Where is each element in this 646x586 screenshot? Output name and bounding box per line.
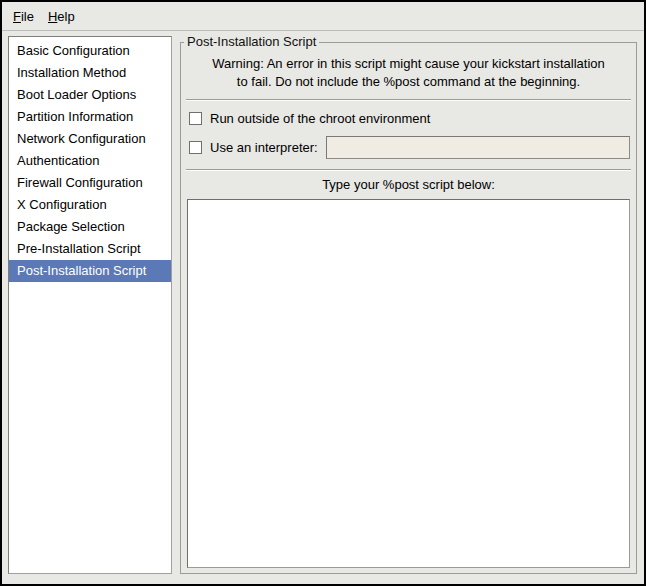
separator bbox=[186, 169, 631, 171]
interpreter-entry[interactable] bbox=[326, 136, 630, 159]
sidebar-item-pre-installation-script[interactable]: Pre-Installation Script bbox=[9, 238, 171, 260]
run-outside-chroot-label[interactable]: Run outside of the chroot environment bbox=[210, 111, 430, 126]
script-area-label: Type your %post script below: bbox=[186, 176, 631, 193]
sidebar-item-firewall-configuration[interactable]: Firewall Configuration bbox=[9, 172, 171, 194]
chroot-option-row: Run outside of the chroot environment bbox=[186, 111, 631, 126]
sidebar-item-x-configuration[interactable]: X Configuration bbox=[9, 194, 171, 216]
sidebar-item-installation-method[interactable]: Installation Method bbox=[9, 62, 171, 84]
post-script-textarea[interactable] bbox=[187, 199, 630, 568]
separator bbox=[186, 99, 631, 101]
sidebar-item-partition-information[interactable]: Partition Information bbox=[9, 106, 171, 128]
sidebar-item-package-selection[interactable]: Package Selection bbox=[9, 216, 171, 238]
sidebar-item-post-installation-script[interactable]: Post-Installation Script bbox=[9, 260, 171, 282]
run-outside-chroot-checkbox[interactable] bbox=[189, 112, 202, 125]
use-interpreter-checkbox[interactable] bbox=[189, 141, 202, 154]
kickstart-configurator-window: File Help Basic Configuration Installati… bbox=[0, 0, 646, 586]
panel-title: Post-Installation Script bbox=[184, 34, 319, 50]
menu-file[interactable]: File bbox=[6, 4, 41, 29]
menu-help[interactable]: Help bbox=[41, 4, 82, 29]
warning-text: Warning: An error in this script might c… bbox=[186, 55, 631, 91]
sidebar-item-basic-configuration[interactable]: Basic Configuration bbox=[9, 40, 171, 62]
interpreter-option-row: Use an interpreter: bbox=[186, 136, 631, 159]
sidebar-item-boot-loader-options[interactable]: Boot Loader Options bbox=[9, 84, 171, 106]
sidebar-item-authentication[interactable]: Authentication bbox=[9, 150, 171, 172]
post-installation-script-panel: Post-Installation Script Warning: An err… bbox=[180, 42, 637, 574]
sidebar-item-network-configuration[interactable]: Network Configuration bbox=[9, 128, 171, 150]
menu-bar: File Help bbox=[2, 2, 644, 31]
use-interpreter-label[interactable]: Use an interpreter: bbox=[210, 140, 318, 155]
section-list: Basic Configuration Installation Method … bbox=[8, 36, 172, 574]
